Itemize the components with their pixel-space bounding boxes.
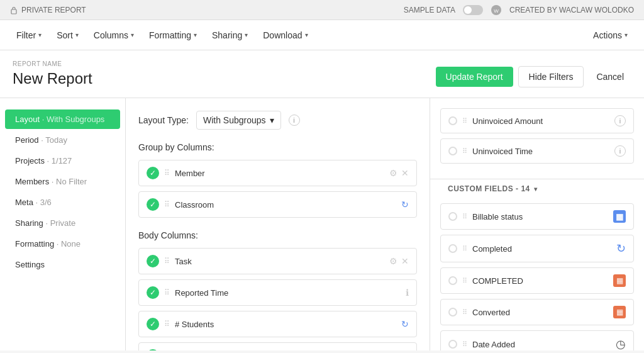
classroom-drag-handle[interactable]: ⠿ — [164, 200, 170, 209]
sort-button[interactable]: Sort ▾ — [50, 26, 85, 44]
main-content: Layout · With Subgroups Period · Today P… — [0, 98, 644, 350]
completed-upper-name: COMPLETED — [472, 276, 608, 286]
sidebar-item-settings[interactable]: Settings — [5, 255, 120, 274]
update-report-button[interactable]: Update Report — [436, 67, 513, 87]
completed-upper-checkbox[interactable] — [448, 276, 457, 285]
classroom-actions: ↻ — [401, 199, 409, 210]
columns-chevron: ▾ — [131, 31, 134, 38]
sidebar-item-projects[interactable]: Projects · 1/127 — [5, 151, 120, 171]
reported-time-actions: ℹ — [406, 288, 409, 298]
students-column-name: # Students — [175, 320, 396, 329]
cancel-button[interactable]: Cancel — [589, 67, 631, 87]
students-sync-icon[interactable]: ↻ — [401, 319, 409, 329]
classroom-check: ✓ — [147, 198, 159, 211]
filter-button[interactable]: Filter ▾ — [10, 26, 48, 44]
converted-icon: ▦ — [613, 306, 626, 318]
date-added-name: Date Added — [472, 340, 611, 349]
svg-rect-0 — [11, 9, 16, 14]
uninvoiced-amount-name: Uninvoiced Amount — [472, 116, 609, 126]
layout-info-icon[interactable]: i — [289, 115, 300, 126]
sort-label: Sort — [57, 30, 73, 40]
layout-type-select[interactable]: With Subgroups ▾ — [196, 111, 281, 130]
member-drag-handle[interactable]: ⠿ — [164, 169, 170, 177]
completed-checkbox[interactable] — [448, 244, 457, 253]
group-column-classroom: ✓ ⠿ Classroom ↻ — [138, 191, 417, 218]
actions-chevron: ▾ — [625, 31, 628, 38]
custom-fields-header[interactable]: CUSTOM FIELDS - 14 ▾ — [440, 179, 634, 198]
sharing-button[interactable]: Sharing ▾ — [206, 26, 254, 44]
task-settings-icon[interactable]: ⚙ — [389, 256, 397, 266]
columns-button[interactable]: Columns ▾ — [87, 26, 140, 44]
reported-time-drag-handle[interactable]: ⠿ — [164, 288, 170, 297]
member-settings-icon[interactable]: ⚙ — [389, 168, 397, 178]
students-drag-handle[interactable]: ⠿ — [164, 320, 170, 328]
date-added-checkbox[interactable] — [448, 340, 457, 349]
sidebar-item-members[interactable]: Members · No Filter — [5, 172, 120, 191]
sidebar-item-formatting[interactable]: Formatting · None — [5, 234, 120, 254]
field-converted: ⠿ Converted ▦ — [440, 299, 634, 325]
field-uninvoiced-amount: ⠿ Uninvoiced Amount i — [440, 108, 634, 133]
download-button[interactable]: Download ▾ — [257, 26, 314, 44]
columns-label: Columns — [94, 30, 128, 40]
date-added-icon: ◷ — [616, 337, 626, 350]
uninvoiced-time-name: Uninvoiced Time — [472, 147, 609, 156]
report-header: REPORT NAME New Report Update Report Hid… — [0, 50, 644, 98]
uninvoiced-amount-checkbox[interactable] — [448, 116, 457, 125]
sample-data-label: SAMPLE DATA — [404, 6, 455, 14]
formatting-chevron: ▾ — [194, 31, 197, 38]
layout-select-chevron: ▾ — [270, 115, 274, 125]
sharing-label: Sharing — [212, 30, 242, 40]
uninvoiced-time-checkbox[interactable] — [448, 147, 457, 155]
task-close-icon[interactable]: ✕ — [401, 256, 409, 266]
sidebar-item-meta[interactable]: Meta · 3/6 — [5, 193, 120, 212]
task-check: ✓ — [147, 255, 159, 267]
task-actions: ⚙ ✕ — [389, 256, 409, 266]
field-completed: ⠿ Completed ↻ — [440, 235, 634, 262]
grade-check: ✓ — [147, 349, 159, 350]
students-actions: ↻ — [401, 319, 409, 329]
classroom-sync-icon[interactable]: ↻ — [401, 199, 409, 210]
hide-filters-button[interactable]: Hide Filters — [518, 66, 584, 87]
created-by-label: CREATED BY WACLAW WOLODKO — [509, 6, 634, 14]
svg-text:W: W — [494, 8, 499, 14]
formatting-button[interactable]: Formatting ▾ — [143, 26, 203, 44]
date-added-drag[interactable]: ⠿ — [462, 340, 467, 349]
body-section: Body Columns: ✓ ⠿ Task ⚙ ✕ ✓ ⠿ Reported … — [138, 230, 417, 350]
uninvoiced-time-drag[interactable]: ⠿ — [462, 147, 467, 155]
billable-status-checkbox[interactable] — [448, 212, 457, 221]
completed-upper-drag[interactable]: ⠿ — [462, 277, 467, 285]
billable-status-drag[interactable]: ⠿ — [462, 213, 467, 221]
sidebar-meta-text: Meta · 3/6 — [15, 198, 52, 207]
sidebar-members-text: Members · No Filter — [15, 177, 87, 186]
sidebar-item-period[interactable]: Period · Today — [5, 130, 120, 150]
reported-time-info-icon[interactable]: ℹ — [406, 288, 409, 298]
completed-drag[interactable]: ⠿ — [462, 245, 467, 253]
sidebar-item-layout[interactable]: Layout · With Subgroups — [5, 109, 120, 129]
field-date-added: ⠿ Date Added ◷ — [440, 330, 634, 350]
sidebar-item-sharing[interactable]: Sharing · Private — [5, 213, 120, 233]
toolbar: Filter ▾ Sort ▾ Columns ▾ Formatting ▾ S… — [0, 20, 644, 50]
converted-drag[interactable]: ⠿ — [462, 308, 467, 317]
completed-sync-icon: ↻ — [616, 242, 626, 255]
completed-name: Completed — [472, 244, 611, 254]
uninvoiced-amount-info[interactable]: i — [614, 115, 626, 126]
converted-checkbox[interactable] — [448, 308, 457, 317]
member-actions: ⚙ ✕ — [389, 168, 409, 178]
filter-label: Filter — [16, 30, 36, 40]
actions-button[interactable]: Actions ▾ — [587, 26, 634, 44]
member-close-icon[interactable]: ✕ — [401, 168, 409, 178]
uninvoiced-amount-drag[interactable]: ⠿ — [462, 117, 467, 125]
sample-data-toggle[interactable] — [463, 5, 483, 15]
lock-icon — [10, 6, 18, 14]
private-report-label: PRIVATE REPORT — [21, 6, 86, 14]
uninvoiced-time-info[interactable]: i — [614, 145, 626, 157]
billable-status-icon: ▦ — [613, 210, 626, 223]
member-column-name: Member — [175, 169, 384, 178]
profile-icon: W — [491, 4, 502, 16]
sidebar-sharing-text: Sharing · Private — [15, 218, 75, 228]
group-column-member: ✓ ⠿ Member ⚙ ✕ — [138, 160, 417, 186]
sidebar-period-text: Period · Today — [15, 135, 67, 145]
task-drag-handle[interactable]: ⠿ — [164, 257, 170, 266]
classroom-column-name: Classroom — [175, 200, 396, 210]
custom-fields-expand-icon: ▾ — [534, 186, 538, 193]
